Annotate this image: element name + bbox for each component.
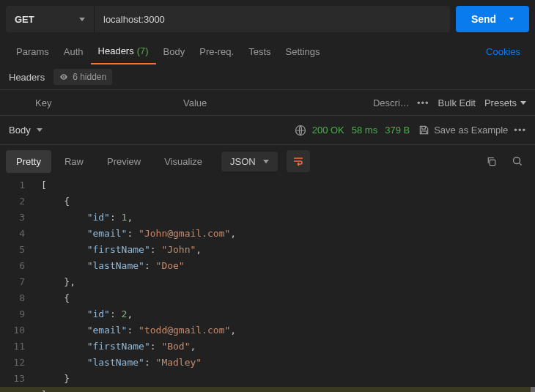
tab-auth[interactable]: Auth (56, 38, 91, 64)
response-more-icon[interactable]: ••• (514, 125, 526, 136)
chevron-down-icon[interactable] (509, 18, 514, 21)
viewtab-visualize[interactable]: Visualize (154, 150, 213, 173)
headers-title: Headers (9, 72, 45, 83)
column-description: Description (373, 97, 410, 108)
tab-headers[interactable]: Headers(7) (91, 38, 156, 64)
chevron-down-icon (37, 128, 43, 132)
status-size: 379 B (385, 125, 410, 136)
chevron-down-icon (520, 101, 526, 105)
more-icon[interactable]: ••• (417, 97, 429, 108)
viewtab-raw[interactable]: Raw (54, 150, 94, 173)
status-time: 58 ms (352, 125, 377, 136)
chevron-down-icon (263, 160, 269, 163)
search-icon (512, 155, 523, 167)
bulk-edit-link[interactable]: Bulk Edit (438, 97, 476, 108)
tab-body[interactable]: Body (156, 38, 193, 64)
chevron-down-icon (79, 18, 85, 21)
search-button[interactable] (506, 150, 529, 172)
url-input[interactable] (94, 6, 450, 32)
status-code: 200 OK (312, 125, 344, 136)
response-view-tabs: Pretty Raw Preview Visualize JSON (0, 145, 535, 177)
presets-dropdown[interactable]: Presets (484, 97, 526, 108)
hidden-headers-toggle[interactable]: 6 hidden (54, 69, 112, 85)
viewtab-preview[interactable]: Preview (97, 150, 151, 173)
method-value: GET (15, 14, 34, 25)
line-gutter: 123 456 789 101112 1314 (0, 177, 32, 392)
response-bar: Body 200 OK 58 ms 379 B Save as Example … (0, 116, 535, 145)
column-value: Value (183, 97, 373, 108)
tab-prereq[interactable]: Pre-req. (192, 38, 241, 64)
save-icon (418, 125, 429, 136)
svg-point-2 (514, 158, 520, 164)
code-body: [ { "id": 1, "email": "John@gmail.com", … (32, 177, 535, 392)
copy-icon (486, 156, 497, 167)
copy-button[interactable] (479, 150, 503, 172)
save-as-example-button[interactable]: Save as Example (418, 125, 508, 136)
method-select[interactable]: GET (6, 6, 94, 32)
response-body-dropdown[interactable]: Body (9, 125, 43, 136)
format-select[interactable]: JSON (221, 152, 278, 171)
headers-table-head: Key Value Description ••• Bulk Edit Pres… (0, 89, 535, 116)
response-editor[interactable]: 123 456 789 101112 1314 [ { "id": 1, "em… (0, 177, 535, 392)
column-key: Key (29, 97, 183, 108)
wrap-icon (292, 156, 304, 166)
viewtab-pretty[interactable]: Pretty (6, 150, 51, 173)
cookies-link[interactable]: Cookies (480, 46, 526, 57)
globe-icon[interactable] (295, 125, 306, 136)
eye-icon (59, 73, 68, 81)
request-tabs: Params Auth Headers(7) Body Pre-req. Tes… (0, 38, 535, 64)
tab-settings[interactable]: Settings (278, 38, 328, 64)
send-label: Send (471, 13, 496, 25)
svg-rect-1 (490, 160, 495, 166)
tab-params[interactable]: Params (9, 38, 56, 64)
send-button[interactable]: Send (456, 6, 529, 32)
tab-tests[interactable]: Tests (241, 38, 278, 64)
wrap-lines-button[interactable] (287, 150, 310, 172)
